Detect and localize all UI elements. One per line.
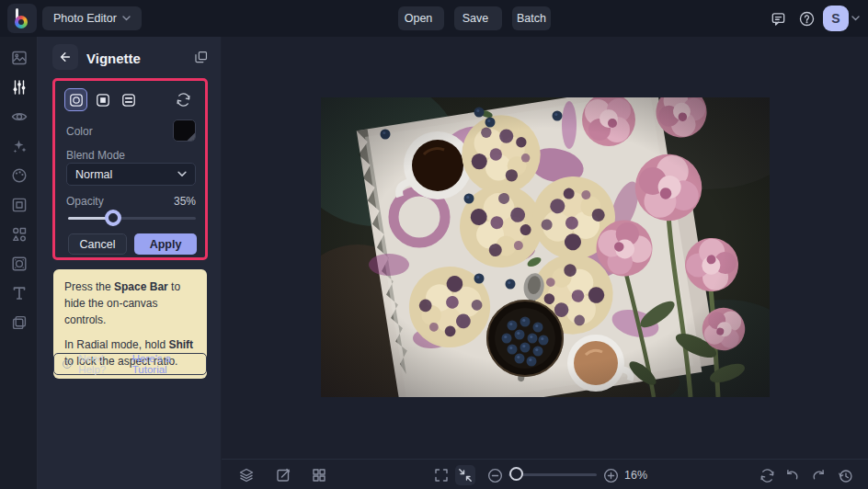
fit-to-screen-button[interactable]	[455, 465, 475, 485]
help-circle-icon	[798, 10, 816, 28]
account-menu-button[interactable]	[847, 6, 863, 30]
sidebar-item-image-manager[interactable]	[9, 48, 29, 67]
sidebar-item-frames[interactable]	[9, 195, 29, 214]
reset-canvas-button[interactable]	[757, 465, 777, 485]
fit-screen-icon	[456, 466, 474, 484]
save-label: Save	[463, 12, 489, 25]
swatch-fold	[188, 133, 196, 142]
vignette-shape-rectangular-button[interactable]	[91, 88, 114, 111]
color-swatch[interactable]	[173, 119, 196, 142]
panel-title: Vignette	[86, 51, 141, 66]
back-button[interactable]	[52, 44, 78, 70]
tip-bold-shift: Shift	[168, 338, 193, 351]
color-label: Color	[66, 125, 93, 138]
blend-mode-value: Normal	[75, 168, 112, 181]
minus-circle-icon	[486, 467, 504, 484]
tutorial-help-box[interactable]: Need Help? Here's a Tutorial	[53, 353, 207, 375]
sidebar-item-textures[interactable]	[9, 254, 29, 273]
sidebar-item-touch-up[interactable]	[9, 107, 29, 126]
plus-circle-icon	[602, 467, 620, 484]
fullscreen-button[interactable]	[431, 465, 451, 485]
opacity-slider-knob[interactable]	[105, 210, 121, 226]
history-button[interactable]	[835, 465, 855, 485]
pages-icon	[193, 50, 209, 65]
sidebar-item-graphics[interactable]	[9, 224, 29, 244]
opacity-slider[interactable]	[68, 210, 196, 226]
templates-grid-button[interactable]	[309, 465, 329, 485]
tools-rail	[0, 37, 38, 489]
sidebar-item-overlays[interactable]	[9, 313, 29, 332]
tip-text: In Radial mode, hold	[64, 338, 168, 351]
chevron-down-icon	[177, 171, 187, 177]
tip-bold-space-bar: Space Bar	[114, 280, 168, 293]
help-button[interactable]	[794, 6, 818, 30]
opacity-label: Opacity	[66, 195, 104, 208]
sidebar-item-text[interactable]	[9, 283, 29, 302]
layers-stack-icon	[237, 466, 256, 484]
top-bar: Photo Editor Open Save Batch S	[0, 0, 868, 37]
save-button[interactable]: Save	[454, 6, 502, 30]
batch-button[interactable]: Batch	[512, 6, 551, 30]
grid-icon	[310, 466, 328, 484]
need-help-text: Need Help?	[78, 353, 127, 375]
photo-editor-app: Photo Editor Open Save Batch S	[0, 0, 868, 489]
chevron-down-icon	[851, 16, 860, 21]
avatar[interactable]: S	[823, 6, 849, 31]
chevron-down-icon	[122, 16, 131, 21]
zoom-in-button[interactable]	[600, 465, 621, 485]
linear-vignette-icon	[121, 93, 136, 108]
avatar-initial: S	[831, 11, 839, 26]
vignette-shape-linear-button[interactable]	[117, 88, 140, 111]
blend-mode-select[interactable]: Normal	[66, 163, 196, 186]
duplicate-panel-button[interactable]	[193, 50, 209, 65]
apply-button[interactable]: Apply	[134, 233, 197, 255]
tip-text: Press the	[64, 280, 114, 293]
zoom-level: 16%	[624, 469, 647, 482]
cancel-button[interactable]: Cancel	[68, 233, 127, 255]
tutorial-link[interactable]: Here's a Tutorial	[132, 353, 199, 375]
opacity-value: 35%	[148, 195, 196, 208]
edit-transform-icon	[274, 466, 292, 484]
reset-icon	[175, 91, 192, 108]
blend-mode-label: Blend Mode	[66, 149, 125, 162]
open-label: Open	[405, 12, 433, 25]
arrow-left-icon	[58, 50, 73, 64]
info-icon	[62, 358, 73, 370]
history-clock-icon	[837, 467, 854, 484]
vignette-panel: Vignette Color Blend Mode Normal	[38, 37, 221, 489]
canvas-area[interactable]	[222, 37, 868, 459]
batch-label: Batch	[517, 12, 546, 25]
cancel-label: Cancel	[80, 238, 116, 251]
layers-button[interactable]	[236, 465, 257, 485]
sidebar-item-artsy[interactable]	[9, 165, 29, 185]
undo-button[interactable]	[782, 465, 802, 485]
vignette-shape-radial-button[interactable]	[64, 88, 87, 111]
app-logo[interactable]	[7, 4, 37, 33]
befunky-logo-icon	[15, 8, 29, 28]
zoom-out-button[interactable]	[485, 465, 505, 485]
redo-button[interactable]	[808, 465, 828, 485]
open-button[interactable]: Open	[398, 6, 444, 30]
refresh-icon	[759, 467, 776, 484]
radial-vignette-icon	[69, 93, 84, 108]
canvas-photo[interactable]	[321, 97, 770, 397]
undo-icon	[783, 467, 801, 484]
transform-button[interactable]	[273, 465, 293, 485]
redo-icon	[810, 467, 828, 484]
app-switcher-menu[interactable]: Photo Editor	[42, 6, 142, 30]
zoom-slider-knob[interactable]	[509, 467, 523, 481]
sidebar-item-edit[interactable]	[9, 77, 29, 97]
app-switcher-label: Photo Editor	[53, 12, 117, 25]
fullscreen-icon	[432, 466, 451, 484]
rectangular-vignette-icon	[96, 93, 110, 108]
sidebar-item-effects[interactable]	[9, 136, 29, 155]
feedback-button[interactable]	[766, 6, 790, 30]
reset-button[interactable]	[175, 91, 192, 108]
bottom-bar: 16%	[222, 459, 868, 489]
chat-bubble-icon	[770, 10, 787, 28]
apply-label: Apply	[150, 238, 182, 251]
